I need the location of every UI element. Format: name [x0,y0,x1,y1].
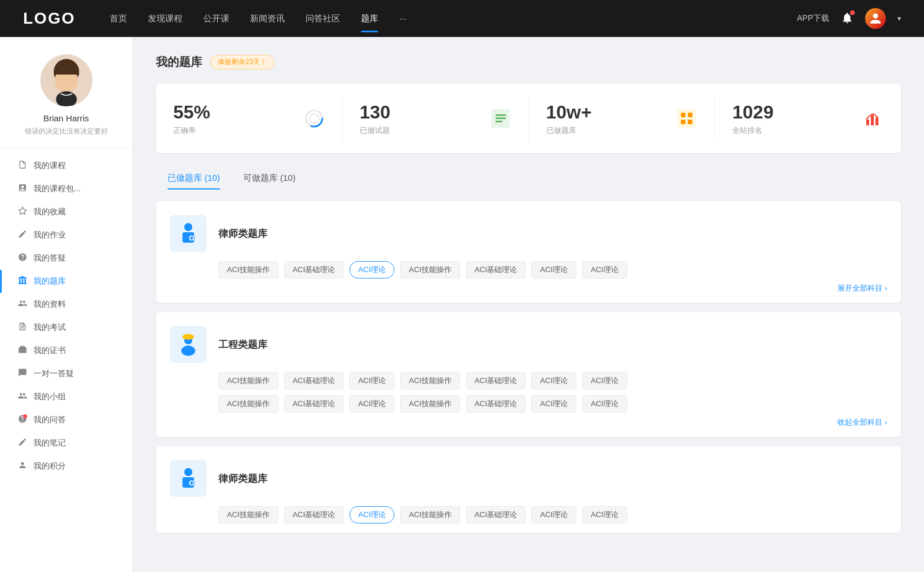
tab-bar: 已做题库 (10) 可做题库 (10) [156,167,901,190]
svg-rect-13 [681,113,685,117]
bank-card-collapse-1[interactable]: 收起全部科目 › [170,413,887,428]
sidebar-item-one-on-one[interactable]: 一对一答疑 [0,362,132,385]
user-avatar[interactable] [865,8,886,29]
tag-0-2[interactable]: ACI理论 [349,261,394,278]
sidebar-item-qa-mine[interactable]: 我的答疑 [0,247,132,270]
tag-1-4[interactable]: ACI基础理论 [466,372,526,389]
bank-card-expand-0[interactable]: 展开全部科目 › [170,278,887,294]
bank-card-1: 工程类题库 ACI技能操作 ACI基础理论 ACI理论 ACI技能操作 ACI基… [156,312,901,437]
navbar-right: APP下载 ▾ [797,8,901,29]
stat-label-accuracy: 正确率 [173,125,298,136]
tab-done[interactable]: 已做题库 (10) [156,167,232,190]
qa-icon [17,252,28,264]
sidebar-item-my-data[interactable]: 我的资料 [0,293,132,316]
nav-qa[interactable]: 问答社区 [305,11,340,27]
stat-number-accuracy: 55% [173,101,298,123]
tag-2-4[interactable]: ACI基础理论 [466,506,526,523]
bank-card-icon-2 [170,460,207,497]
questions-red-dot [23,414,27,418]
tag-1-5[interactable]: ACI理论 [531,372,576,389]
notification-bell[interactable] [841,12,854,26]
tag-1-1[interactable]: ACI基础理论 [284,372,344,389]
tag-1-10[interactable]: ACI技能操作 [400,395,460,413]
tag-1-7[interactable]: ACI技能操作 [218,395,278,413]
exam-icon [17,322,28,333]
tag-2-1[interactable]: ACI基础理论 [284,506,344,523]
tag-1-12[interactable]: ACI理论 [531,395,576,413]
sidebar-item-group[interactable]: 我的小组 [0,385,132,408]
navbar: LOGO 首页 发现课程 公开课 新闻资讯 问答社区 题库 ··· APP下载 … [0,0,924,37]
svg-rect-9 [495,114,506,116]
sidebar-item-label: 我的笔记 [33,438,66,448]
stat-label-done: 已做试题 [360,125,485,136]
tag-0-6[interactable]: ACI理论 [582,261,627,278]
chat-icon [17,368,28,380]
nav-discover[interactable]: 发现课程 [148,11,182,27]
tag-1-0[interactable]: ACI技能操作 [218,372,278,389]
tag-2-0[interactable]: ACI技能操作 [218,506,278,523]
tag-1-11[interactable]: ACI基础理论 [466,395,526,413]
bank-card-title-2: 律师类题库 [218,472,267,485]
sidebar-item-questions[interactable]: 我的问答 [0,408,132,432]
profile-name: Brian Harris [43,113,89,123]
svg-rect-16 [688,120,692,124]
tag-2-2[interactable]: ACI理论 [349,506,394,523]
stat-done-banks: 10w+ 已做题库 [529,95,716,142]
stat-text: 10w+ 已做题库 [546,101,671,136]
tag-1-6[interactable]: ACI理论 [582,372,627,389]
sidebar-item-exam[interactable]: 我的考试 [0,316,132,339]
sidebar-profile: Brian Harris 错误的决定比没有决定要好 [0,54,132,136]
nav-questions[interactable]: 题库 [361,11,378,27]
stat-text: 55% 正确率 [173,101,298,136]
svg-rect-10 [495,118,506,120]
stat-label-rank: 全站排名 [732,125,857,136]
tag-1-13[interactable]: ACI理论 [582,395,627,413]
tag-1-3[interactable]: ACI技能操作 [400,372,460,389]
sidebar-item-question-bank[interactable]: 我的题库 [0,270,132,293]
bank-card-tags-1: ACI技能操作 ACI基础理论 ACI理论 ACI技能操作 ACI基础理论 AC… [170,372,887,389]
app-download-link[interactable]: APP下载 [797,13,829,24]
nav-menu: 首页 发现课程 公开课 新闻资讯 问答社区 题库 ··· [110,11,797,27]
bank-card-icon-0 [170,215,207,252]
sidebar-item-label: 一对一答疑 [33,369,74,379]
tag-0-4[interactable]: ACI基础理论 [466,261,526,278]
tag-2-6[interactable]: ACI理论 [582,506,627,523]
nav-more[interactable]: ··· [399,11,407,27]
tag-1-9[interactable]: ACI理论 [349,395,394,413]
tag-0-1[interactable]: ACI基础理论 [284,261,344,278]
stats-row: 55% 正确率 130 已做试题 [156,84,901,153]
sidebar-item-course-package[interactable]: 我的课程包... [0,177,132,200]
stat-label-banks: 已做题库 [546,125,671,136]
tab-available[interactable]: 可做题库 (10) [232,167,307,190]
profile-avatar[interactable] [40,54,92,106]
homework-icon [17,229,28,241]
nav-news[interactable]: 新闻资讯 [250,11,285,27]
notes-icon [17,437,28,449]
sidebar-item-certificate[interactable]: 我的证书 [0,339,132,362]
tag-0-5[interactable]: ACI理论 [531,261,576,278]
tag-1-8[interactable]: ACI基础理论 [284,395,344,413]
nav-home[interactable]: 首页 [110,11,127,27]
svg-rect-14 [688,113,692,117]
tag-2-3[interactable]: ACI技能操作 [400,506,460,523]
bank-card-icon-1 [170,326,207,363]
tag-0-3[interactable]: ACI技能操作 [400,261,460,278]
stat-accuracy: 55% 正确率 [156,95,342,142]
nav-open-course[interactable]: 公开课 [203,11,229,27]
bank-icon [17,276,28,287]
sidebar-item-homework[interactable]: 我的作业 [0,224,132,247]
svg-marker-4 [18,207,26,214]
sidebar-item-my-courses[interactable]: 我的课程 [0,154,132,177]
user-menu-chevron[interactable]: ▾ [897,14,901,23]
sidebar-item-label: 我的资料 [33,299,66,310]
sidebar-item-notes[interactable]: 我的笔记 [0,432,132,455]
sidebar-item-favorites[interactable]: 我的收藏 [0,200,132,224]
points-icon [17,460,28,472]
data-icon [17,299,28,310]
sidebar-item-points[interactable]: 我的积分 [0,455,132,478]
tag-0-0[interactable]: ACI技能操作 [218,261,278,278]
tag-2-5[interactable]: ACI理论 [531,506,576,523]
bank-card-header-0: 律师类题库 [170,215,887,252]
tag-1-2[interactable]: ACI理论 [349,372,394,389]
svg-rect-19 [875,117,878,125]
